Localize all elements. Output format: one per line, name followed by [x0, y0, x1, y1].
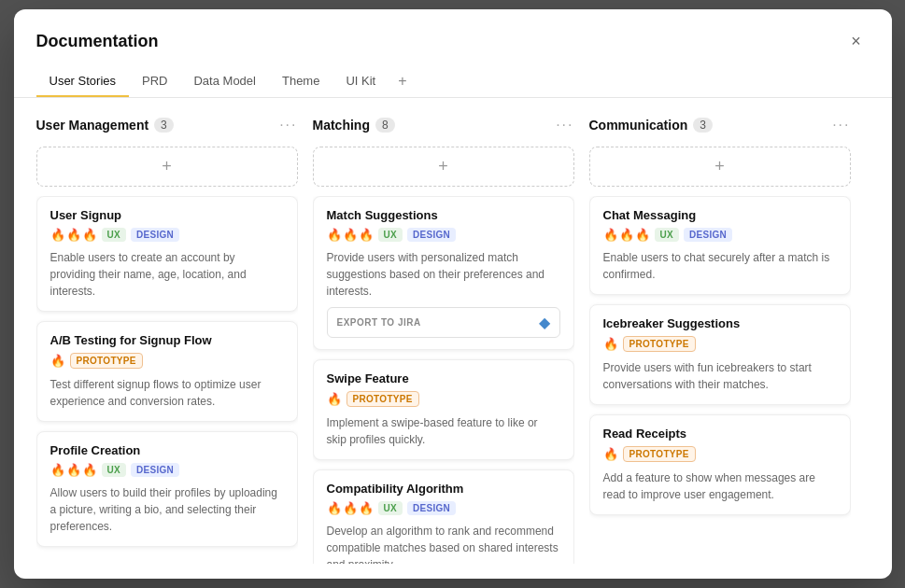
add-card-user-management[interactable]: + — [36, 147, 298, 187]
tab-ui-kit[interactable]: UI Kit — [332, 66, 389, 97]
cards-matching: Match Suggestions 🔥 🔥 🔥 UX DESIGN Provid… — [313, 196, 574, 564]
fire-icons: 🔥 — [603, 337, 618, 351]
card-read-receipts: Read Receipts 🔥 PROTOTYPE Add a feature … — [589, 414, 851, 515]
fire-2: 🔥 — [66, 463, 81, 477]
card-tags: 🔥 PROTOTYPE — [603, 446, 837, 462]
card-title: Icebreaker Suggestions — [603, 316, 837, 330]
cards-user-management: User Signup 🔥 🔥 🔥 UX DESIGN Enable users… — [36, 196, 298, 564]
column-matching: Matching 8 ··· + Match Suggestions 🔥 🔥 — [313, 113, 574, 564]
card-title: Swipe Feature — [327, 371, 560, 385]
column-header-communication: Communication 3 ··· — [589, 113, 851, 137]
card-desc: Allow users to build their profiles by u… — [50, 484, 284, 535]
column-menu-user-management[interactable]: ··· — [279, 117, 297, 133]
column-title-matching: Matching — [313, 118, 370, 133]
fire-icons: 🔥 🔥 🔥 — [327, 501, 374, 515]
tag-prototype: PROTOTYPE — [70, 353, 143, 369]
tag-prototype: PROTOTYPE — [623, 446, 696, 462]
tab-prd[interactable]: PRD — [129, 66, 180, 97]
fire-3: 🔥 — [359, 228, 374, 242]
card-chat-messaging: Chat Messaging 🔥 🔥 🔥 UX DESIGN Enable us… — [589, 196, 851, 295]
fire-1: 🔥 — [50, 463, 65, 477]
column-title-communication: Communication — [589, 118, 688, 133]
tag-ux: UX — [378, 228, 403, 242]
fire-1: 🔥 — [50, 228, 65, 242]
fire-1: 🔥 — [603, 228, 618, 242]
column-header-user-management: User Management 3 ··· — [36, 113, 298, 137]
column-title-user-management: User Management — [36, 118, 149, 133]
card-profile-creation: Profile Creation 🔥 🔥 🔥 UX DESIGN Allow u… — [36, 431, 298, 547]
export-bar: EXPORT TO JIRA ◆ — [327, 307, 560, 338]
card-swipe-feature: Swipe Feature 🔥 PROTOTYPE Implement a sw… — [313, 359, 574, 460]
tab-theme[interactable]: Theme — [269, 66, 332, 97]
fire-icons: 🔥 — [50, 354, 65, 368]
card-desc: Provide users with fun icebreakers to st… — [603, 359, 837, 393]
fire-1: 🔥 — [50, 354, 65, 368]
fire-icons: 🔥 🔥 🔥 — [50, 228, 97, 242]
fire-3: 🔥 — [82, 463, 97, 477]
cards-communication: Chat Messaging 🔥 🔥 🔥 UX DESIGN Enable us… — [589, 196, 851, 564]
add-card-matching[interactable]: + — [313, 147, 574, 187]
card-tags: 🔥 🔥 🔥 UX DESIGN — [327, 228, 560, 242]
documentation-modal: Documentation × User Stories PRD Data Mo… — [14, 9, 892, 579]
fire-2: 🔥 — [343, 501, 358, 515]
card-title: Read Receipts — [603, 427, 837, 441]
tab-user-stories[interactable]: User Stories — [36, 66, 130, 97]
fire-2: 🔥 — [619, 228, 634, 242]
column-header-matching: Matching 8 ··· — [313, 113, 574, 137]
card-tags: 🔥 🔥 🔥 UX DESIGN — [327, 501, 560, 515]
fire-icons: 🔥 🔥 🔥 — [50, 463, 97, 477]
tab-data-model[interactable]: Data Model — [180, 66, 268, 97]
card-title: A/B Testing for Signup Flow — [50, 333, 284, 347]
tag-ux: UX — [378, 501, 403, 515]
card-tags: 🔥 🔥 🔥 UX DESIGN — [603, 228, 837, 242]
modal-title: Documentation — [36, 32, 159, 51]
close-button[interactable]: × — [843, 28, 870, 54]
card-desc: Test different signup flows to optimize … — [50, 376, 284, 410]
fire-3: 🔥 — [82, 228, 97, 242]
tag-design: DESIGN — [131, 463, 179, 477]
card-desc: Provide users with personalized match su… — [327, 249, 560, 300]
column-count-user-management: 3 — [154, 118, 174, 133]
card-desc: Add a feature to show when messages are … — [603, 469, 837, 503]
fire-1: 🔥 — [327, 392, 342, 406]
column-count-matching: 8 — [375, 118, 395, 133]
card-tags: 🔥 PROTOTYPE — [50, 353, 284, 369]
modal-header: Documentation × — [14, 9, 892, 54]
add-tab-button[interactable]: + — [389, 65, 416, 97]
fire-1: 🔥 — [327, 228, 342, 242]
card-tags: 🔥 🔥 🔥 UX DESIGN — [50, 228, 284, 242]
fire-icons: 🔥 — [603, 447, 618, 461]
fire-1: 🔥 — [603, 447, 618, 461]
kanban-board: User Management 3 ··· + User Signup 🔥 🔥 — [14, 98, 892, 579]
card-ab-signup: A/B Testing for Signup Flow 🔥 PROTOTYPE … — [36, 321, 298, 422]
tag-ux: UX — [102, 463, 127, 477]
column-menu-communication[interactable]: ··· — [832, 117, 850, 133]
modal-overlay[interactable]: Documentation × User Stories PRD Data Mo… — [0, 0, 905, 588]
column-menu-matching[interactable]: ··· — [556, 117, 573, 133]
fire-icons: 🔥 🔥 🔥 — [327, 228, 374, 242]
tag-prototype: PROTOTYPE — [346, 391, 419, 407]
card-desc: Enable users to create an account by pro… — [50, 249, 284, 300]
card-title: Profile Creation — [50, 443, 284, 457]
card-user-signup: User Signup 🔥 🔥 🔥 UX DESIGN Enable users… — [36, 196, 298, 312]
add-card-communication[interactable]: + — [589, 147, 851, 187]
export-text: EXPORT TO JIRA — [337, 317, 421, 328]
card-tags: 🔥 🔥 🔥 UX DESIGN — [50, 463, 284, 477]
card-desc: Enable users to chat securely after a ma… — [603, 249, 837, 283]
card-desc: Develop an algorithm to rank and recomme… — [327, 523, 560, 564]
card-match-suggestions: Match Suggestions 🔥 🔥 🔥 UX DESIGN Provid… — [313, 196, 574, 350]
tag-ux: UX — [655, 228, 680, 242]
column-communication: Communication 3 ··· + Chat Messaging 🔥 🔥 — [589, 113, 851, 564]
column-user-management: User Management 3 ··· + User Signup 🔥 🔥 — [36, 113, 298, 564]
tag-design: DESIGN — [407, 228, 456, 242]
card-tags: 🔥 PROTOTYPE — [603, 336, 837, 352]
tag-ux: UX — [102, 228, 127, 242]
tag-design: DESIGN — [684, 228, 732, 242]
tag-design: DESIGN — [407, 501, 456, 515]
column-count-communication: 3 — [693, 118, 713, 133]
card-title: Match Suggestions — [327, 208, 560, 222]
card-title: Compatibility Algorithm — [327, 482, 560, 496]
fire-icons: 🔥 🔥 🔥 — [603, 228, 650, 242]
tab-bar: User Stories PRD Data Model Theme UI Kit… — [14, 54, 892, 98]
export-jira-icon[interactable]: ◆ — [539, 314, 550, 331]
